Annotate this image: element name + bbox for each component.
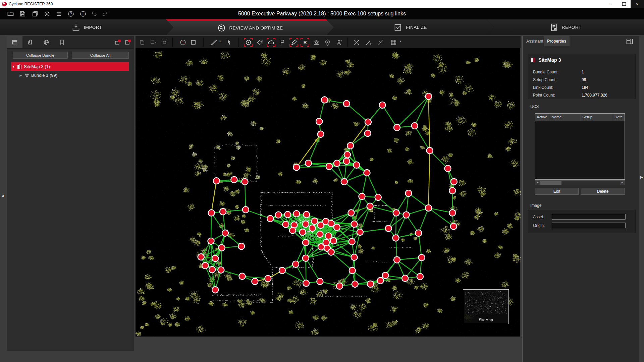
zoom-extents-button[interactable]	[160, 38, 169, 47]
draw-link-button[interactable]	[289, 38, 298, 47]
tab-report[interactable]: REPORT	[487, 19, 644, 35]
point-cloud-button[interactable]	[267, 38, 275, 47]
flag-window2-icon	[125, 40, 131, 45]
maximize-button[interactable]	[617, 0, 631, 8]
prop-value: 194	[582, 85, 588, 90]
optimize-links-button[interactable]	[352, 38, 361, 47]
ucs-col-setup[interactable]: Setup	[581, 114, 613, 121]
bubble-view-button[interactable]	[178, 38, 187, 47]
scroll-thumb[interactable]	[540, 181, 561, 185]
zoom-extents-icon	[161, 39, 168, 46]
ucs-col-reference[interactable]: Refe	[613, 114, 625, 121]
ucs-table[interactable]: Active Name Setup Refe	[535, 113, 625, 180]
snapshot-button[interactable]	[312, 38, 321, 47]
tab-favorites[interactable]	[54, 36, 70, 48]
show-sitemap-flags-button[interactable]	[113, 38, 122, 46]
plane-view-button[interactable]	[189, 38, 198, 47]
tab-attachments[interactable]	[22, 36, 38, 48]
minimize-button[interactable]: –	[604, 0, 617, 8]
prop-value: 99	[582, 77, 586, 82]
overview-canvas	[465, 291, 507, 314]
tab-assistant[interactable]: Assistant	[523, 36, 547, 46]
split-link-button[interactable]	[376, 38, 384, 47]
toolbar-separator	[347, 38, 348, 47]
show-bundle-flags-button[interactable]	[123, 38, 132, 46]
panel-layout-button[interactable]	[625, 37, 635, 45]
ucs-h-scrollbar[interactable]: ◂ ▸	[535, 180, 625, 185]
ucs-table-header: Active Name Setup Refe	[535, 114, 625, 121]
split-link-icon	[377, 39, 384, 46]
flag-window-icon	[115, 40, 121, 45]
expander-right-icon[interactable]: ▶	[18, 74, 23, 77]
expander-down-icon[interactable]: ▼	[11, 65, 16, 68]
setup-markers-button[interactable]	[244, 38, 253, 47]
sitemap-viewer[interactable]: SiteMap	[136, 48, 521, 337]
app-logo-icon	[2, 2, 7, 6]
prop-value: 1	[582, 70, 584, 74]
add-user-pin-button[interactable]	[335, 38, 343, 47]
ucs-col-name[interactable]: Name	[550, 114, 581, 121]
quality-flags-button[interactable]	[278, 38, 287, 47]
asset-input[interactable]	[552, 214, 626, 220]
ucs-delete-button[interactable]: Delete	[581, 188, 625, 195]
labels-button[interactable]	[255, 38, 264, 47]
asset-label: Asset:	[533, 215, 544, 219]
measure-button[interactable]	[209, 38, 218, 47]
grid-options-button[interactable]	[389, 38, 398, 47]
overview-map[interactable]: SiteMap	[463, 289, 509, 324]
add-link-icon	[365, 39, 372, 46]
ucs-table-body[interactable]	[535, 121, 625, 180]
review-magnifier-icon	[217, 23, 226, 33]
globe-icon	[43, 39, 49, 45]
tree-item-bundle[interactable]: ▶ Bundle 1 (99)	[11, 71, 129, 79]
window-controls: – ×	[604, 0, 644, 8]
letter-r-icon: R	[302, 39, 309, 46]
prop-label: Setup Count:	[533, 77, 556, 82]
location-pin-icon	[324, 39, 331, 46]
workflow-ribbon: IMPORT REVIEW AND OPTIMIZE FINALIZE REPO…	[0, 19, 644, 35]
prop-label: Point Count:	[533, 93, 555, 98]
tab-web[interactable]	[38, 36, 54, 48]
grid-dropdown-caret[interactable]: ▾	[398, 40, 402, 43]
toolbar-separator	[203, 38, 204, 47]
sitemap-icon	[17, 64, 22, 69]
properties-panel: Assistant Properties SiteMap 3 Bundle Co…	[523, 36, 639, 362]
toolbar-separator	[238, 38, 239, 47]
scroll-track[interactable]	[561, 181, 620, 185]
measure-dropdown-caret[interactable]: ▾	[218, 40, 222, 43]
bubble-view-icon	[179, 39, 186, 46]
origin-row: Origin:	[533, 223, 630, 229]
duplicate-sitemap-button[interactable]	[149, 38, 157, 47]
circle-dot-icon	[245, 39, 252, 46]
image-block	[528, 210, 636, 233]
tab-finalize[interactable]: FINALIZE	[326, 19, 494, 35]
tab-properties[interactable]: Properties	[544, 36, 570, 46]
tab-import[interactable]: IMPORT	[0, 19, 173, 35]
close-button[interactable]: ×	[631, 0, 644, 8]
import-icon	[71, 23, 80, 32]
geo-pin-button[interactable]	[323, 38, 332, 47]
add-link-button[interactable]	[364, 38, 373, 47]
tree-item-sitemap[interactable]: ▼ SiteMap 3 (1)	[11, 62, 129, 71]
prop-label: Bundle Count:	[533, 70, 558, 74]
copy-to-sitemap-button[interactable]	[138, 38, 146, 47]
cloud-align-button[interactable]: R	[301, 38, 309, 47]
expand-right-panel-arrow[interactable]: ▶	[640, 175, 643, 179]
titlebar: Cyclone REGISTER 360 – ×	[0, 0, 644, 8]
tab-project-tree[interactable]	[7, 36, 22, 48]
scroll-right-arrow[interactable]: ▸	[620, 181, 625, 185]
scroll-left-arrow[interactable]: ◂	[535, 181, 540, 185]
collapse-all-button[interactable]: Collapse All	[72, 52, 129, 59]
prop-point-count: Point Count: 1,780,977,826	[533, 93, 630, 99]
origin-input[interactable]	[552, 223, 626, 228]
cross-links-icon	[353, 39, 360, 46]
collapse-bundle-button[interactable]: Collapse Bundle	[13, 52, 68, 59]
ucs-edit-button[interactable]: Edit	[535, 188, 579, 195]
ucs-col-active[interactable]: Active	[535, 114, 550, 121]
tab-review-and-optimize[interactable]: REVIEW AND OPTIMIZE	[166, 19, 334, 35]
viewer-toolbar: ▾ R	[136, 36, 521, 48]
overview-label: SiteMap	[463, 318, 508, 322]
pick-button[interactable]	[225, 38, 233, 47]
tab-review-label: REVIEW AND OPTIMIZE	[229, 25, 283, 31]
collapse-left-panel-arrow[interactable]: ◀	[1, 194, 4, 198]
